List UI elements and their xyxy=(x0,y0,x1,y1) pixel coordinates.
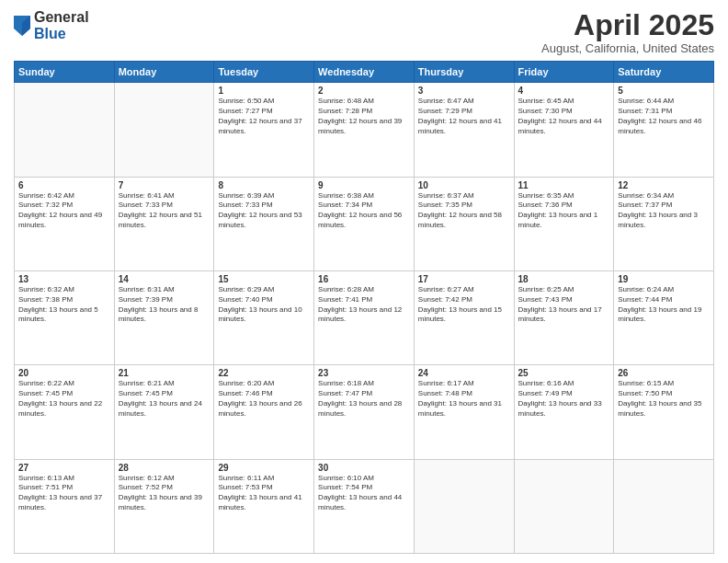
table-row: 29Sunrise: 6:11 AM Sunset: 7:53 PM Dayli… xyxy=(214,459,314,553)
day-number: 15 xyxy=(218,274,310,284)
col-tuesday: Tuesday xyxy=(214,62,314,83)
table-row: 8Sunrise: 6:39 AM Sunset: 7:33 PM Daylig… xyxy=(214,177,314,270)
day-number: 16 xyxy=(318,274,410,284)
calendar-week-row: 20Sunrise: 6:22 AM Sunset: 7:45 PM Dayli… xyxy=(15,365,714,459)
table-row: 30Sunrise: 6:10 AM Sunset: 7:54 PM Dayli… xyxy=(314,459,415,553)
day-info: Sunrise: 6:34 AM Sunset: 7:37 PM Dayligh… xyxy=(618,191,710,231)
logo-text: General Blue xyxy=(34,9,89,41)
table-row: 28Sunrise: 6:12 AM Sunset: 7:52 PM Dayli… xyxy=(114,459,214,553)
calendar-header-row: Sunday Monday Tuesday Wednesday Thursday… xyxy=(15,62,714,83)
calendar-week-row: 6Sunrise: 6:42 AM Sunset: 7:32 PM Daylig… xyxy=(15,177,714,270)
day-number: 17 xyxy=(418,274,510,284)
table-row: 5Sunrise: 6:44 AM Sunset: 7:31 PM Daylig… xyxy=(614,83,714,177)
table-row: 25Sunrise: 6:16 AM Sunset: 7:49 PM Dayli… xyxy=(514,365,614,459)
calendar-week-row: 27Sunrise: 6:13 AM Sunset: 7:51 PM Dayli… xyxy=(15,459,714,553)
day-info: Sunrise: 6:42 AM Sunset: 7:32 PM Dayligh… xyxy=(18,191,110,231)
day-info: Sunrise: 6:37 AM Sunset: 7:35 PM Dayligh… xyxy=(418,191,510,231)
day-info: Sunrise: 6:39 AM Sunset: 7:33 PM Dayligh… xyxy=(218,191,310,231)
day-info: Sunrise: 6:21 AM Sunset: 7:45 PM Dayligh… xyxy=(119,379,210,419)
day-number: 26 xyxy=(618,368,710,378)
day-info: Sunrise: 6:18 AM Sunset: 7:47 PM Dayligh… xyxy=(318,379,410,419)
day-info: Sunrise: 6:41 AM Sunset: 7:33 PM Dayligh… xyxy=(119,191,210,231)
day-number: 4 xyxy=(518,86,610,96)
title-block: April 2025 August, California, United St… xyxy=(541,9,714,55)
day-info: Sunrise: 6:38 AM Sunset: 7:34 PM Dayligh… xyxy=(318,191,410,231)
table-row xyxy=(15,83,115,177)
col-sunday: Sunday xyxy=(15,62,115,83)
table-row: 10Sunrise: 6:37 AM Sunset: 7:35 PM Dayli… xyxy=(414,177,514,270)
day-number: 10 xyxy=(418,180,510,190)
logo: General Blue xyxy=(14,9,89,41)
table-row: 15Sunrise: 6:29 AM Sunset: 7:40 PM Dayli… xyxy=(214,270,314,364)
day-number: 14 xyxy=(119,274,210,284)
day-number: 5 xyxy=(618,86,710,96)
day-number: 23 xyxy=(318,368,410,378)
month-title: April 2025 xyxy=(541,9,714,41)
day-number: 1 xyxy=(218,86,310,96)
day-info: Sunrise: 6:35 AM Sunset: 7:36 PM Dayligh… xyxy=(518,191,610,231)
table-row: 21Sunrise: 6:21 AM Sunset: 7:45 PM Dayli… xyxy=(114,365,214,459)
table-row: 19Sunrise: 6:24 AM Sunset: 7:44 PM Dayli… xyxy=(614,270,714,364)
table-row: 1Sunrise: 6:50 AM Sunset: 7:27 PM Daylig… xyxy=(214,83,314,177)
day-info: Sunrise: 6:27 AM Sunset: 7:42 PM Dayligh… xyxy=(418,285,510,325)
day-info: Sunrise: 6:44 AM Sunset: 7:31 PM Dayligh… xyxy=(618,97,710,136)
day-number: 7 xyxy=(119,180,210,190)
table-row: 17Sunrise: 6:27 AM Sunset: 7:42 PM Dayli… xyxy=(414,270,514,364)
table-row: 9Sunrise: 6:38 AM Sunset: 7:34 PM Daylig… xyxy=(314,177,415,270)
page: General Blue April 2025 August, Californ… xyxy=(0,0,728,563)
table-row: 11Sunrise: 6:35 AM Sunset: 7:36 PM Dayli… xyxy=(514,177,614,270)
day-info: Sunrise: 6:48 AM Sunset: 7:28 PM Dayligh… xyxy=(318,97,410,136)
day-info: Sunrise: 6:47 AM Sunset: 7:29 PM Dayligh… xyxy=(418,97,510,136)
logo-icon xyxy=(14,16,30,36)
day-info: Sunrise: 6:32 AM Sunset: 7:38 PM Dayligh… xyxy=(18,285,110,325)
table-row: 24Sunrise: 6:17 AM Sunset: 7:48 PM Dayli… xyxy=(414,365,514,459)
day-info: Sunrise: 6:50 AM Sunset: 7:27 PM Dayligh… xyxy=(218,97,310,136)
table-row: 2Sunrise: 6:48 AM Sunset: 7:28 PM Daylig… xyxy=(314,83,415,177)
table-row: 6Sunrise: 6:42 AM Sunset: 7:32 PM Daylig… xyxy=(15,177,115,270)
day-number: 30 xyxy=(318,463,410,473)
day-number: 11 xyxy=(518,180,610,190)
table-row: 22Sunrise: 6:20 AM Sunset: 7:46 PM Dayli… xyxy=(214,365,314,459)
table-row: 7Sunrise: 6:41 AM Sunset: 7:33 PM Daylig… xyxy=(114,177,214,270)
day-info: Sunrise: 6:29 AM Sunset: 7:40 PM Dayligh… xyxy=(218,285,310,325)
day-info: Sunrise: 6:20 AM Sunset: 7:46 PM Dayligh… xyxy=(218,379,310,419)
col-saturday: Saturday xyxy=(614,62,714,83)
logo-general-text: General xyxy=(34,9,89,26)
day-number: 9 xyxy=(318,180,410,190)
calendar-week-row: 1Sunrise: 6:50 AM Sunset: 7:27 PM Daylig… xyxy=(15,83,714,177)
day-info: Sunrise: 6:28 AM Sunset: 7:41 PM Dayligh… xyxy=(318,285,410,325)
day-info: Sunrise: 6:17 AM Sunset: 7:48 PM Dayligh… xyxy=(418,379,510,419)
day-number: 24 xyxy=(418,368,510,378)
day-number: 29 xyxy=(218,463,310,473)
table-row xyxy=(514,459,614,553)
logo-blue-text: Blue xyxy=(34,26,89,42)
table-row: 23Sunrise: 6:18 AM Sunset: 7:47 PM Dayli… xyxy=(314,365,415,459)
table-row xyxy=(614,459,714,553)
day-info: Sunrise: 6:22 AM Sunset: 7:45 PM Dayligh… xyxy=(18,379,110,419)
calendar-week-row: 13Sunrise: 6:32 AM Sunset: 7:38 PM Dayli… xyxy=(15,270,714,364)
table-row: 12Sunrise: 6:34 AM Sunset: 7:37 PM Dayli… xyxy=(614,177,714,270)
col-thursday: Thursday xyxy=(414,62,514,83)
day-info: Sunrise: 6:31 AM Sunset: 7:39 PM Dayligh… xyxy=(119,285,210,325)
calendar-table: Sunday Monday Tuesday Wednesday Thursday… xyxy=(14,61,714,554)
day-number: 28 xyxy=(119,463,210,473)
day-number: 13 xyxy=(18,274,110,284)
table-row: 14Sunrise: 6:31 AM Sunset: 7:39 PM Dayli… xyxy=(114,270,214,364)
day-number: 2 xyxy=(318,86,410,96)
col-monday: Monday xyxy=(114,62,214,83)
day-number: 20 xyxy=(18,368,110,378)
day-number: 18 xyxy=(518,274,610,284)
table-row: 4Sunrise: 6:45 AM Sunset: 7:30 PM Daylig… xyxy=(514,83,614,177)
day-number: 21 xyxy=(119,368,210,378)
day-number: 27 xyxy=(18,463,110,473)
day-number: 3 xyxy=(418,86,510,96)
day-number: 25 xyxy=(518,368,610,378)
table-row: 13Sunrise: 6:32 AM Sunset: 7:38 PM Dayli… xyxy=(15,270,115,364)
col-wednesday: Wednesday xyxy=(314,62,415,83)
day-info: Sunrise: 6:15 AM Sunset: 7:50 PM Dayligh… xyxy=(618,379,710,419)
location-title: August, California, United States xyxy=(541,41,714,55)
table-row: 27Sunrise: 6:13 AM Sunset: 7:51 PM Dayli… xyxy=(15,459,115,553)
table-row xyxy=(414,459,514,553)
day-info: Sunrise: 6:45 AM Sunset: 7:30 PM Dayligh… xyxy=(518,97,610,136)
day-number: 22 xyxy=(218,368,310,378)
